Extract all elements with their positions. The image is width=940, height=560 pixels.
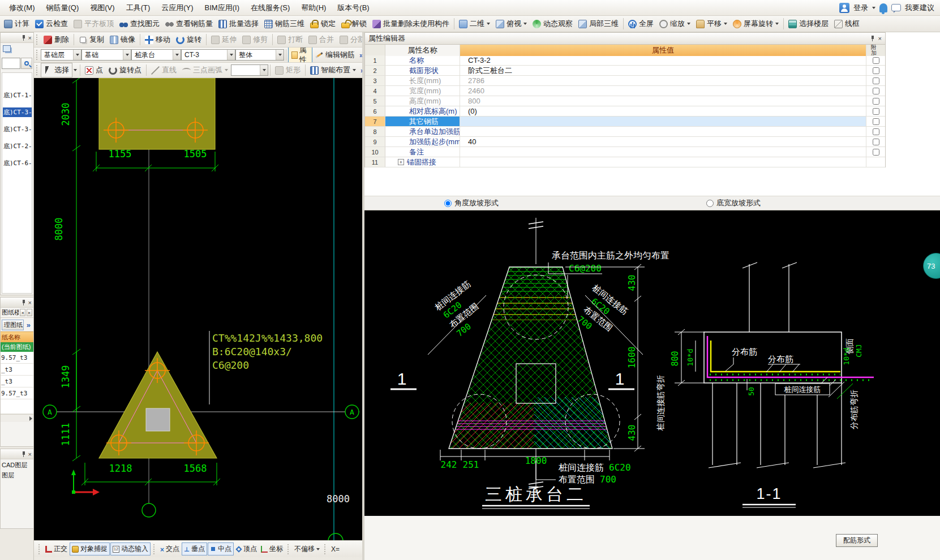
offset-select[interactable]: 不偏移 (293, 543, 321, 555)
extra-checkbox[interactable] (873, 88, 879, 94)
category-select[interactable]: 基础 (81, 49, 131, 61)
drawing-item[interactable]: 9.57_t3 (1, 387, 33, 399)
drawing-item[interactable]: _t3 (1, 376, 33, 387)
property-row[interactable]: 6 相对底标高(m) (0) (365, 106, 885, 117)
orbit-button[interactable]: 动态观察 (530, 17, 576, 31)
close-icon[interactable] (28, 300, 32, 305)
batch-delete-button[interactable]: 批量删除未使用构件 (370, 17, 452, 31)
point-tool-button[interactable]: 点 (82, 63, 106, 77)
select-dropdown[interactable] (72, 67, 78, 73)
screen-rotate-dropdown-arrow-icon[interactable] (775, 23, 779, 25)
zoom-button[interactable]: 缩放 (656, 17, 693, 31)
property-row-expandable[interactable]: 11 锚固搭接 (365, 157, 885, 167)
floor-select[interactable]: 基础层 (41, 49, 81, 61)
full-screen-button[interactable]: 全屏 (625, 17, 656, 31)
zoom-dropdown-arrow-icon[interactable] (687, 23, 690, 25)
arc3-tool-button[interactable]: 三点画弧 (179, 63, 231, 77)
horizontal-scrollbar[interactable] (1, 414, 33, 422)
menu-view[interactable]: 视图(V) (84, 1, 120, 15)
drawing-item[interactable]: _t3 (1, 364, 33, 376)
pin-icon[interactable] (870, 36, 875, 41)
extra-checkbox[interactable] (873, 67, 879, 74)
pages-icon[interactable] (3, 45, 11, 52)
menu-modify[interactable]: 修改(M) (3, 1, 41, 15)
split-button[interactable]: 分割 (337, 33, 362, 46)
top-view-button[interactable]: 俯视 (493, 17, 530, 31)
extra-checkbox[interactable] (873, 108, 879, 115)
edit-rebar-button[interactable]: 编辑钢筋 (312, 48, 358, 62)
ortho-toggle[interactable]: 正交 (44, 543, 69, 555)
smart-layout-button[interactable]: 智能布置 (307, 63, 359, 77)
pin-icon[interactable] (22, 451, 26, 457)
extend-button[interactable]: 延伸 (208, 33, 239, 46)
extra-checkbox[interactable] (873, 98, 879, 105)
login-dropdown-arrow-icon[interactable] (872, 7, 875, 9)
list-item-selected[interactable]: 底)CT-3-2 (2, 104, 32, 120)
coordinate-toggle[interactable]: 坐标 (259, 543, 285, 555)
property-row[interactable]: 5 高度(mm) 800 (365, 96, 885, 106)
osnap-toggle[interactable]: 对象捕捉 (70, 542, 110, 555)
column-stub[interactable] (146, 408, 170, 431)
align-slab-button[interactable]: 平齐板顶 (71, 17, 117, 31)
break-button[interactable]: 打断 (274, 33, 306, 46)
trim-button[interactable]: 修剪 (239, 33, 271, 46)
login-button[interactable]: 登录 (853, 3, 868, 13)
extra-checkbox[interactable] (873, 128, 879, 135)
element-select[interactable]: CT-3 (181, 49, 235, 61)
list-item[interactable]: 底)CT-2-2 (2, 137, 32, 154)
midpoint-snap-toggle[interactable]: 中点 (208, 542, 234, 555)
cad-canvas[interactable]: 2030 1155 1505 8000 A A (34, 78, 362, 540)
pin-icon[interactable] (22, 300, 26, 305)
mode-select[interactable]: 整体 (235, 49, 284, 61)
wireframe-button[interactable]: 线框 (831, 17, 862, 31)
mirror-button[interactable]: 镜像 (107, 33, 138, 46)
list-item[interactable]: 底)CT-1-1 (2, 87, 32, 104)
rotate-button[interactable]: 旋转 (173, 33, 204, 46)
menu-tools[interactable]: 工具(T) (121, 1, 156, 15)
extra-checkbox[interactable] (873, 57, 879, 64)
rotate-point-tool-button[interactable]: 旋转点 (106, 63, 144, 77)
tab-scroll-right-icon[interactable]: ▸ (27, 309, 32, 316)
close-icon[interactable] (878, 36, 882, 41)
view-rebar-button[interactable]: 查看钢筋量 (162, 17, 216, 31)
layer-label[interactable]: 图层 (1, 469, 33, 480)
property-row[interactable]: 8 承台单边加强筋 (365, 127, 885, 137)
width-slope-radio[interactable]: 底宽放坡形式 (706, 198, 761, 208)
extra-checkbox[interactable] (873, 77, 879, 84)
delete-button[interactable]: 删除 (41, 33, 72, 46)
tab-drawing-floor[interactable]: 图纸楼 (2, 308, 19, 317)
2d-view-button[interactable]: 二维 (456, 17, 493, 31)
rect-tool-button[interactable]: 矩形 (272, 63, 303, 77)
menu-cloud-app[interactable]: 云应用(Y) (156, 1, 199, 15)
property-row[interactable]: 2 截面形状 阶式三桩台二 (365, 66, 885, 76)
angle-slope-radio[interactable]: 角度放坡形式 (444, 198, 499, 208)
angle-slope-radio-input[interactable] (444, 200, 452, 207)
property-row[interactable]: 3 长度(mm) 2786 (365, 76, 885, 86)
menu-bim-app[interactable]: BIM应用(I) (199, 1, 245, 15)
expand-icon[interactable] (398, 159, 404, 165)
select-tool-button[interactable]: 选择 (41, 63, 72, 77)
pin-icon[interactable] (22, 35, 26, 41)
bell-icon[interactable] (879, 3, 887, 12)
close-icon[interactable] (28, 35, 32, 41)
select-floor-button[interactable]: 选择楼层 (786, 17, 831, 31)
menu-online-service[interactable]: 在线服务(S) (245, 1, 295, 15)
property-button[interactable]: 属性 (288, 48, 312, 63)
scroll-right-icon[interactable] (29, 416, 32, 421)
move-button[interactable]: 移动 (142, 33, 173, 46)
extra-checkbox[interactable] (873, 139, 879, 145)
pan-dropdown-arrow-icon[interactable] (724, 23, 727, 25)
pan-button[interactable]: 平移 (693, 17, 730, 31)
more-chevron-icon[interactable] (25, 321, 32, 329)
property-row[interactable]: 1 名称 CT-3-2 (365, 55, 885, 66)
current-drawing-row[interactable]: (当前图纸) (1, 342, 33, 352)
menu-help[interactable]: 帮助(H) (295, 1, 332, 15)
intersect-snap-toggle[interactable]: 交点 (158, 543, 181, 555)
extra-checkbox[interactable] (873, 118, 879, 125)
merge-button[interactable]: 合并 (306, 33, 337, 46)
calculate-button[interactable]: 计算 (1, 17, 32, 31)
list-item[interactable]: 底)CT-3-1 (2, 120, 32, 137)
grid-bubble-bottom[interactable] (142, 503, 156, 517)
drawing-item[interactable]: 9.57_t3 (1, 352, 33, 364)
2d-dropdown-arrow-icon[interactable] (487, 23, 490, 25)
